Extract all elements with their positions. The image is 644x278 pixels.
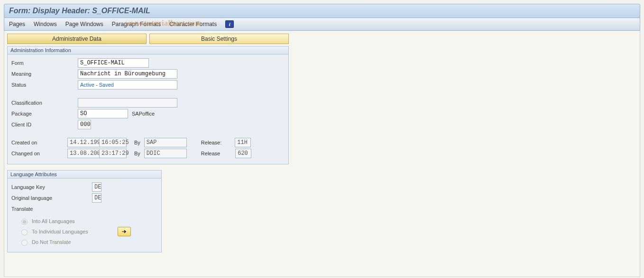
radio-do-not-translate-label: Do Not Translate [32,239,71,245]
field-status: Active - Saved [78,80,177,90]
label-classification: Classification [11,100,78,106]
label-form: Form [11,60,78,66]
menu-bar: Pages Windows Page Windows Paragraph For… [4,18,640,31]
label-package: Package [11,111,78,117]
field-original-language: DE [92,193,101,203]
field-meaning[interactable]: Nachricht in Büroumgebung [78,69,177,79]
text-package-desc: SAPoffice [132,111,155,117]
field-classification [78,98,177,108]
label-status: Status [11,82,78,88]
label-meaning: Meaning [11,71,78,77]
arrow-right-button[interactable] [118,227,131,236]
field-client-id[interactable]: 000 [78,120,91,129]
menu-character-formats[interactable]: Character Formats [169,21,217,27]
group-language-attributes: Language Attributes Language Key DE Orig… [7,170,162,252]
field-created-release: 11H [235,138,251,147]
field-created-time: 16:05:25 [99,138,127,147]
field-created-by: SAP [144,138,187,147]
radio-to-individual-languages-label: To Individual Languages [32,229,88,234]
radio-do-not-translate-input[interactable] [21,240,28,246]
field-package[interactable]: SO [78,109,128,118]
field-changed-time: 23:17:29 [99,149,127,158]
tab-administrative-data[interactable]: Administrative Data [7,34,147,44]
radio-into-all-languages-label: Into All Languages [32,218,75,224]
menu-windows[interactable]: Windows [34,21,57,27]
field-language-key: DE [92,182,101,192]
radio-to-individual-languages-input[interactable] [21,229,28,235]
group-admin-info: Administration Information Form S_OFFICE… [7,46,289,164]
field-changed-by: DDIC [144,149,187,158]
label-original-language: Original language [11,195,92,201]
radio-do-not-translate[interactable]: Do Not Translate [19,237,157,247]
label-changed-by: By [134,151,140,156]
page-title: Form: Display Header: S_OFFICE-MAIL [4,4,640,18]
label-client-id: Client ID [11,122,78,127]
field-changed-release: 620 [235,149,251,158]
content-area: Administrative Data Basic Settings Admin… [4,31,640,277]
field-changed-date: 13.08.2002 [67,149,100,158]
label-language-key: Language Key [11,184,92,190]
group-language-title: Language Attributes [8,170,161,179]
field-form[interactable]: S_OFFICE-MAIL [78,58,149,68]
menu-paragraph-formats[interactable]: Paragraph Formats [112,21,161,27]
info-icon[interactable]: i [225,20,234,28]
menu-page-windows[interactable]: Page Windows [65,21,103,27]
label-created-release: Release: [201,140,221,145]
tab-basic-settings[interactable]: Basic Settings [149,34,289,44]
group-admin-info-title: Administration Information [8,46,288,54]
radio-group-translate: Into All Languages To Individual Languag… [19,216,157,247]
label-translate: Translate [11,206,78,212]
arrow-right-icon [121,228,128,235]
field-created-date: 14.12.1992 [67,138,100,147]
tab-row: Administrative Data Basic Settings [7,34,637,44]
label-changed-release: Release [201,151,220,156]
label-changed-on: Changed on [11,151,67,156]
label-created-by: By [134,140,140,145]
radio-into-all-languages[interactable]: Into All Languages [19,216,157,226]
radio-to-individual-languages[interactable]: To Individual Languages [19,226,157,237]
radio-into-all-languages-input[interactable] [21,219,28,225]
menu-pages[interactable]: Pages [9,21,25,27]
label-created-on: Created on [11,140,67,145]
